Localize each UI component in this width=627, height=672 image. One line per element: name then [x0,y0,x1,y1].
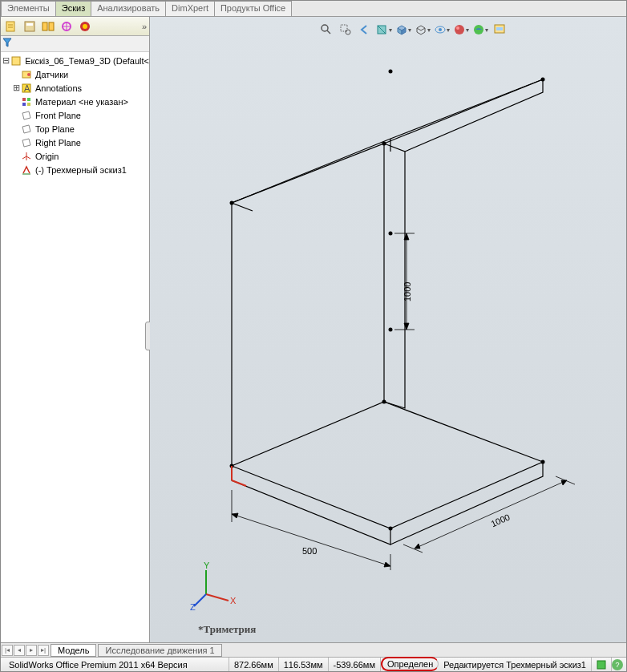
tree-material-label: Материал <не указан> [35,97,128,107]
tab-sketch[interactable]: Эскиз [55,1,91,16]
status-coord-x: 872.66мм [229,658,279,672]
origin-icon [20,151,33,162]
tree-annotations-label: Annotations [35,83,82,93]
view-heads-up-toolbar [318,22,508,38]
feature-tree: ⊟ Екскіз_06_Тема9_3D (Default< Датчики ⊞… [1,52,149,642]
tree-origin-label: Origin [35,152,59,161]
feature-manager-panel: » ⊟ Екскіз_06_Тема9_3D (Default< Датчики… [1,17,150,642]
tab-analyze[interactable]: Анализировать [91,1,166,16]
svg-point-31 [230,201,234,205]
part-icon [10,55,23,67]
svg-point-33 [541,460,545,464]
tree-origin[interactable]: Origin [1,149,149,163]
tab-model[interactable]: Модель [51,644,96,657]
plane-icon [20,137,33,148]
zoom-area-icon[interactable] [338,22,354,38]
panel-tab-icons: » [1,17,149,36]
view-settings-icon[interactable] [491,22,508,38]
tree-top-label: Top Plane [35,124,75,134]
svg-rect-44 [597,661,605,669]
dim-1000-vertical[interactable]: 1000 [402,282,412,302]
svg-point-19 [346,30,350,34]
status-product: SolidWorks Office Premium 2011 x64 Верси… [4,658,229,672]
svg-rect-0 [6,22,14,31]
svg-point-17 [322,25,328,31]
configuration-manager-icon[interactable] [40,19,56,34]
sketch-drawing: 500 1000 1000 [174,41,623,618]
status-coord-y: 116.53мм [279,658,329,672]
tree-root[interactable]: ⊟ Екскіз_06_Тема9_3D (Default< [1,54,149,67]
tree-top-plane[interactable]: Top Plane [1,122,149,136]
tree-front-plane[interactable]: Front Plane [1,108,149,122]
tab-elements[interactable]: Элементы [1,1,56,16]
zoom-fit-icon[interactable] [318,22,334,38]
tab-office[interactable]: Продукты Office [214,1,292,16]
svg-rect-8 [12,57,20,65]
collapse-icon[interactable]: ⊟ [2,55,10,66]
tab-dimxpert[interactable]: DimXpert [165,1,215,16]
property-manager-icon[interactable] [22,19,38,34]
svg-point-28 [389,70,393,74]
tab-nav-last-icon[interactable]: ▸| [38,645,49,656]
section-view-icon[interactable] [376,22,392,38]
tab-nav-next-icon[interactable]: ▸ [26,645,37,656]
material-icon [20,96,33,107]
dim-500[interactable]: 500 [302,546,317,556]
svg-point-34 [389,527,393,531]
tree-sensors-label: Датчики [35,70,68,79]
filter-icon[interactable] [2,38,14,49]
dim-1000-diagonal[interactable]: 1000 [489,512,511,529]
tree-right-plane[interactable]: Right Plane [1,136,149,149]
svg-rect-16 [27,103,30,106]
annotations-icon: A [20,83,33,94]
status-coord-z: -539.66мм [329,658,381,672]
plane-icon [20,110,33,121]
status-bar: SolidWorks Office Premium 2011 x64 Верси… [1,657,626,672]
tab-nav-prev-icon[interactable]: ◂ [14,645,25,656]
sensors-icon [20,69,33,80]
status-editing: Редактируется Трехмерный эскиз1 [439,658,592,672]
svg-point-24 [456,26,459,30]
scene-icon[interactable] [472,22,488,38]
svg-point-10 [27,73,30,76]
svg-rect-2 [26,23,33,26]
svg-text:X: X [230,596,237,605]
tree-material[interactable]: Материал <не указан> [1,95,149,108]
feature-tree-icon[interactable] [3,19,19,34]
status-help-icon[interactable]: ? [612,659,623,670]
display-style-icon[interactable] [415,22,431,38]
svg-point-7 [83,24,87,29]
previous-view-icon[interactable] [357,22,373,38]
expand-icon[interactable]: ⊞ [12,83,20,93]
svg-text:Y: Y [204,562,210,570]
svg-rect-14 [27,98,30,101]
tree-root-label: Екскіз_06_Тема9_3D (Default< [25,56,149,66]
filter-row [1,36,149,52]
dimxpert-manager-icon[interactable] [59,19,75,34]
view-orientation-icon[interactable] [395,22,411,38]
command-manager-tabs: Элементы Эскиз Анализировать DimXpert Пр… [1,1,626,17]
status-unit-icon[interactable] [592,658,612,672]
svg-line-42 [194,594,206,606]
hide-show-icon[interactable] [434,22,450,38]
tab-motion-study[interactable]: Исследование движения 1 [98,644,221,657]
plane-icon [20,123,33,135]
sketch3d-icon [20,164,33,176]
tree-annotations[interactable]: ⊞ A Annotations [1,81,149,95]
tree-3dsketch[interactable]: (-) Трехмерный эскиз1 [1,163,149,176]
svg-point-37 [389,328,393,332]
orientation-triad[interactable]: Y X Z [190,562,238,610]
render-manager-icon[interactable] [77,19,93,34]
svg-point-32 [382,400,386,404]
svg-point-30 [382,142,386,146]
tab-nav-first-icon[interactable]: |◂ [2,645,13,656]
svg-text:A: A [24,83,30,93]
graphics-viewport[interactable]: 500 1000 1000 *Триметрия Y X Z [150,17,626,642]
svg-rect-15 [22,103,26,106]
panel-flyout-icon[interactable]: » [142,22,147,31]
appearance-icon[interactable] [453,22,469,38]
tree-sensors[interactable]: Датчики [1,67,149,81]
svg-rect-4 [49,22,54,30]
svg-rect-1 [25,22,34,31]
svg-point-29 [541,78,545,82]
